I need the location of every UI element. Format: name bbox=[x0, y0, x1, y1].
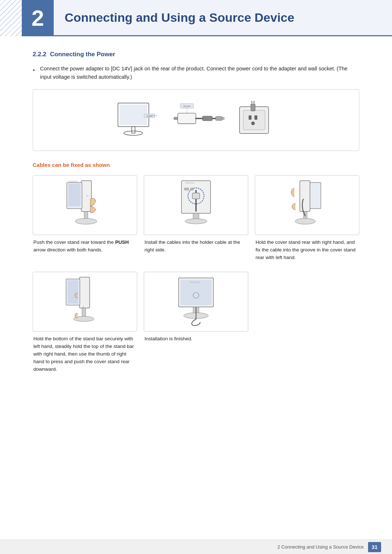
svg-rect-19 bbox=[243, 110, 265, 130]
cable-holder-svg: SAMSUNG bbox=[171, 177, 221, 233]
image-row-2: ↓ Hold the bottom of the stand bar secur… bbox=[33, 272, 359, 373]
image-cell-1: ← SAMSUNG Push the cover stand rear towa… bbox=[33, 175, 137, 262]
stand-rear-push-svg: ← SAMSUNG bbox=[60, 177, 110, 233]
diagram-box-1: ← SAMSUNG bbox=[33, 175, 137, 235]
svg-text:SAMSUNG: SAMSUNG bbox=[185, 182, 194, 184]
wall-socket-diagram bbox=[230, 100, 278, 140]
svg-text:DC14V: DC14V bbox=[147, 115, 153, 117]
chapter-number: 2 bbox=[32, 7, 44, 29]
section-title: Connecting the Power bbox=[50, 51, 115, 58]
installation-finished-svg: SAMSUNG bbox=[171, 274, 221, 330]
image-row-1: ← SAMSUNG Push the cover stand rear towa… bbox=[33, 175, 359, 262]
svg-rect-14 bbox=[203, 116, 212, 121]
svg-rect-39 bbox=[192, 193, 200, 199]
adapter-diagram: DC14V bbox=[158, 100, 230, 140]
header-title-area: Connecting and Using a Source Device bbox=[54, 0, 392, 36]
image-cell-3: Hold the cover stand rear with right han… bbox=[255, 175, 359, 262]
svg-text:↓: ↓ bbox=[82, 304, 85, 309]
svg-rect-47 bbox=[79, 277, 90, 308]
monitor-diagram: DC14V bbox=[114, 100, 158, 140]
svg-point-35 bbox=[185, 219, 207, 224]
caption-5: Installation is finished. bbox=[144, 335, 248, 343]
svg-rect-28 bbox=[68, 184, 81, 206]
svg-rect-43 bbox=[300, 181, 310, 212]
section-number: 2.2.2 bbox=[33, 51, 46, 58]
svg-rect-20 bbox=[249, 115, 252, 120]
caption-3: Hold the cover stand rear with right han… bbox=[255, 239, 359, 262]
svg-point-12 bbox=[175, 117, 177, 120]
svg-rect-2 bbox=[132, 127, 135, 133]
caption-4: Hold the bottom of the stand bar securel… bbox=[33, 335, 137, 373]
diagram-box-3 bbox=[255, 175, 359, 235]
svg-point-30 bbox=[75, 218, 97, 224]
footer-text: 2 Connecting and Using a Source Device bbox=[277, 544, 364, 550]
svg-rect-15 bbox=[216, 116, 222, 120]
bullet-icon: • bbox=[33, 65, 35, 76]
svg-point-46 bbox=[295, 218, 315, 224]
svg-rect-40 bbox=[184, 188, 189, 190]
diagram-box-2: SAMSUNG bbox=[144, 175, 248, 235]
svg-point-22 bbox=[251, 122, 255, 125]
image-cell-4: ↓ Hold the bottom of the stand bar secur… bbox=[33, 272, 137, 373]
footer-bar: 2 Connecting and Using a Source Device 3… bbox=[0, 539, 392, 554]
caption-1: Push the cover stand rear toward the PUS… bbox=[33, 239, 137, 254]
image-cell-5: SAMSUNG Installation is finished. bbox=[144, 272, 248, 373]
svg-text:DC14V: DC14V bbox=[184, 105, 191, 107]
page-content: 2.2.2 Connecting the Power • Connect the… bbox=[0, 51, 392, 413]
svg-rect-23 bbox=[251, 104, 255, 111]
section-heading: 2.2.2 Connecting the Power bbox=[33, 51, 359, 58]
caption-2: Install the cables into the holder cable… bbox=[144, 239, 248, 254]
svg-text:SAMSUNG: SAMSUNG bbox=[189, 281, 201, 283]
page-header: 2 Connecting and Using a Source Device bbox=[0, 0, 392, 36]
footer-page-number: 31 bbox=[368, 542, 381, 552]
svg-rect-41 bbox=[191, 188, 193, 190]
header-title: Connecting and Using a Source Device bbox=[65, 11, 294, 25]
bullet-text: Connect the power adapter to [DC 14V] ja… bbox=[40, 65, 359, 81]
chapter-number-box: 2 bbox=[22, 0, 54, 36]
main-diagram: DC14V DC14V bbox=[33, 89, 359, 151]
svg-rect-44 bbox=[310, 182, 321, 209]
stand-bar-hold-svg: ↓ bbox=[60, 274, 110, 330]
svg-rect-21 bbox=[254, 115, 257, 120]
svg-text:←: ← bbox=[86, 193, 90, 198]
svg-rect-49 bbox=[68, 280, 78, 304]
image-cell-2: SAMSUNG Install the cables into the hold… bbox=[144, 175, 248, 262]
diagram-box-5: SAMSUNG bbox=[144, 272, 248, 332]
cables-caption: Cables can be fixed as shown bbox=[33, 162, 359, 168]
cover-stand-fix-svg bbox=[282, 177, 332, 233]
svg-rect-1 bbox=[119, 104, 147, 125]
svg-rect-10 bbox=[178, 113, 196, 124]
svg-text:SAMSUNG: SAMSUNG bbox=[69, 180, 78, 182]
header-decoration bbox=[0, 0, 22, 36]
bullet-item: • Connect the power adapter to [DC 14V] … bbox=[33, 65, 359, 81]
image-cell-6 bbox=[255, 272, 359, 373]
diagram-box-4: ↓ bbox=[33, 272, 137, 332]
